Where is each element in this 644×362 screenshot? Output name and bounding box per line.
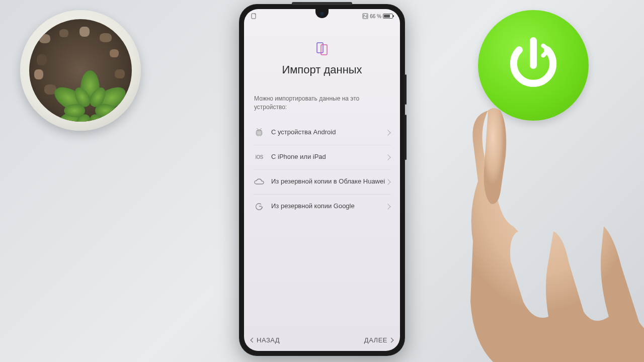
sim-icon: [251, 13, 256, 19]
cloud-icon: [254, 177, 264, 187]
battery-icon: [383, 14, 393, 19]
power-icon: [498, 30, 569, 101]
page-subtitle: Можно импортировать данные на это устрой…: [253, 95, 391, 112]
phone-screen: 66 % Импорт данных Можно импортировать д…: [244, 9, 400, 351]
option-label: Из резервной копии Google: [271, 202, 386, 211]
option-ios[interactable]: iOS С iPhone или iPad: [253, 145, 391, 170]
svg-rect-2: [317, 43, 323, 53]
plant-decoration: [20, 10, 151, 141]
chevron-right-icon: [385, 179, 390, 185]
android-icon: [254, 128, 264, 138]
page-title: Импорт данных: [253, 63, 391, 76]
back-button[interactable]: НАЗАД: [251, 336, 280, 344]
footer-nav: НАЗАД ДАЛЕЕ: [244, 330, 400, 351]
ios-icon: iOS: [254, 152, 264, 162]
chevron-right-icon: [389, 338, 394, 343]
option-label: С устройства Android: [271, 128, 386, 137]
phone-frame: 66 % Импорт данных Можно импортировать д…: [239, 4, 405, 356]
battery-percent: 66 %: [370, 14, 381, 19]
back-label: НАЗАД: [257, 336, 280, 344]
phone-volume-button: [405, 115, 407, 160]
next-button[interactable]: ДАЛЕЕ: [364, 336, 393, 344]
svg-rect-8: [258, 135, 259, 137]
svg-point-4: [258, 130, 259, 131]
chevron-left-icon: [251, 338, 256, 343]
chevron-right-icon: [385, 130, 390, 135]
svg-rect-3: [321, 45, 327, 55]
chevron-right-icon: [385, 154, 390, 160]
option-label: Из резервной копии в Облаке Huawei: [271, 177, 386, 186]
option-label: С iPhone или iPad: [271, 153, 386, 161]
power-logo-badge: [478, 10, 589, 121]
option-google[interactable]: Из резервной копии Google: [253, 195, 391, 219]
option-huawei-cloud[interactable]: Из резервной копии в Облаке Huawei: [253, 170, 391, 195]
phone-power-button: [405, 74, 407, 105]
hand-decoration: [443, 90, 644, 362]
option-android[interactable]: С устройства Android: [253, 121, 391, 145]
nfc-icon: [362, 13, 368, 19]
svg-rect-9: [260, 135, 261, 137]
svg-rect-6: [256, 132, 257, 134]
svg-rect-7: [262, 132, 263, 134]
phone-clone-icon: [314, 41, 330, 56]
svg-point-5: [260, 130, 261, 131]
google-icon: [254, 202, 264, 212]
content-area: Импорт данных Можно импортировать данные…: [244, 21, 400, 330]
chevron-right-icon: [385, 204, 390, 209]
next-label: ДАЛЕЕ: [364, 336, 387, 344]
